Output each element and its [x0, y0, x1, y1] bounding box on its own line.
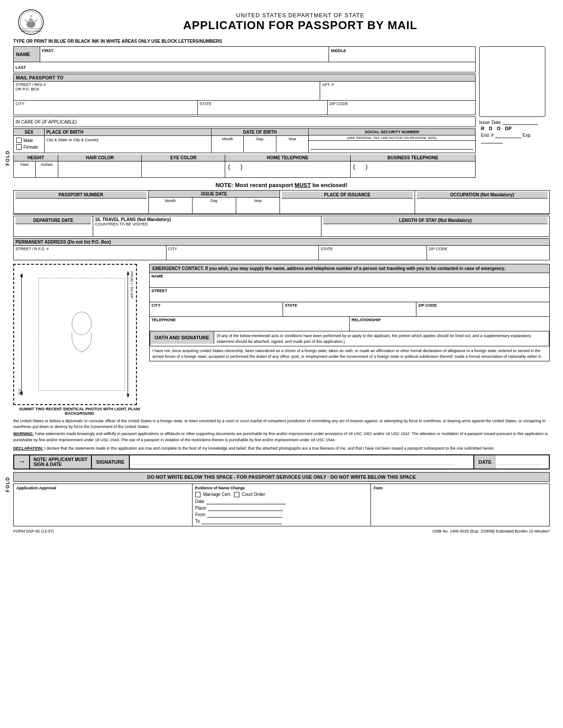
emerg-street-input[interactable]	[151, 293, 528, 301]
form-title: APPLICATION FOR PASSPORT BY MAIL	[51, 19, 550, 32]
dp-label: DP	[505, 126, 511, 131]
emerg-zip-input[interactable]	[418, 308, 548, 315]
name-label: NAME	[14, 47, 40, 62]
birth-place-input[interactable]	[46, 142, 209, 150]
svg-marker-4	[24, 19, 27, 22]
travel-plans-input[interactable]	[95, 226, 308, 234]
perm-zip-input[interactable]	[429, 251, 548, 259]
length-input[interactable]	[325, 226, 546, 234]
marriage-cert-checkbox[interactable]	[195, 492, 200, 497]
date-text: Date	[491, 120, 501, 125]
home-tel-block: HOME TELEPHONE ( )	[225, 154, 350, 177]
female-checkbox[interactable]	[16, 144, 22, 150]
mail-header: MAIL PASSPORT TO	[14, 74, 475, 82]
perm-city-input[interactable]	[168, 251, 317, 259]
emerg-tel-input[interactable]	[151, 322, 348, 330]
apt-label: APT. #	[322, 83, 473, 87]
dob-year-input[interactable]	[277, 143, 307, 151]
hair-input[interactable]	[61, 163, 139, 171]
first-name-input[interactable]	[42, 53, 327, 61]
issue-month-input[interactable]	[150, 205, 191, 213]
emerg-state-input[interactable]	[285, 308, 414, 315]
departure-input[interactable]	[17, 226, 89, 234]
place-issuance-input[interactable]	[283, 200, 411, 208]
city-cell: CITY	[14, 101, 198, 115]
perm-zip-label: ZIP CODE	[429, 247, 548, 251]
perm-state-input[interactable]	[321, 251, 425, 259]
issue-year-label: Year	[236, 198, 280, 204]
emerg-city-input[interactable]	[151, 308, 281, 315]
occupation-input[interactable]	[419, 200, 546, 208]
place-issuance-header: PLACE OF ISSUANCE	[282, 191, 413, 199]
issue-day-input[interactable]	[193, 205, 235, 213]
end-input[interactable]	[495, 133, 521, 138]
svg-marker-5	[34, 19, 38, 22]
city-input[interactable]	[15, 106, 196, 114]
signature-area[interactable]	[130, 455, 473, 469]
fees-label: Fees	[374, 486, 547, 490]
hair-header: HAIR COLOR	[58, 154, 141, 161]
eye-input[interactable]	[144, 163, 222, 171]
svg-text:UNITED STATES OF AMERICA: UNITED STATES OF AMERICA	[20, 30, 42, 32]
sign-bar: → NOTE: APPLICANT MUST SIGN & DATE SIGNA…	[13, 454, 550, 469]
height-inches-input[interactable]	[37, 169, 57, 176]
dob-month-input[interactable]	[212, 143, 242, 151]
perm-state-cell: STATE	[319, 246, 427, 260]
evidence-label: Evidence of Name Change	[195, 486, 368, 490]
from-srv-input[interactable]	[207, 512, 282, 518]
photo-dashed-box: 2 X 2 F	[13, 264, 137, 405]
fees-cell: Fees	[371, 484, 549, 526]
pp-occ-cell: OCCUPATION (Not Mandatory)	[415, 191, 550, 214]
last-name-input[interactable]	[27, 63, 462, 71]
sign-date-input[interactable]	[498, 457, 542, 465]
ssn-input[interactable]	[310, 143, 473, 150]
perm-city-label: CITY	[168, 247, 317, 251]
street-input[interactable]	[15, 91, 318, 99]
fold-label-bottom: FOLD	[5, 477, 10, 492]
exp-input[interactable]	[481, 138, 503, 143]
height-hair-eye-tel-row: HEIGHT Feet Inches HAIR COLOR	[13, 154, 476, 178]
issue-year-input[interactable]	[237, 205, 279, 213]
emerg-rel-input[interactable]	[351, 322, 548, 330]
passport-number-input[interactable]	[17, 200, 145, 208]
state-label: STATE	[200, 101, 325, 106]
date-srv-input[interactable]	[206, 499, 286, 504]
last-name-row: LAST	[13, 62, 476, 72]
place-srv-input[interactable]	[208, 506, 283, 511]
emergency-section: EMERGENCY CONTACT. If you wish, you may …	[149, 264, 550, 416]
dob-day-input[interactable]	[245, 143, 275, 151]
declaration-text: DECLARATION: I declare that the statemen…	[13, 446, 550, 452]
signature-input[interactable]	[132, 457, 455, 465]
state-input[interactable]	[200, 106, 325, 114]
mail-section: MAIL PASSPORT TO STREET / RFD # OR P.O. …	[13, 74, 476, 115]
issue-date-input[interactable]	[503, 120, 538, 125]
biz-tel-header: BUSINESS TELEPHONE	[351, 154, 475, 161]
emerg-rel-label: RELATIONSHIP	[351, 318, 548, 322]
birth-block: PLACE OF BIRTH City & State or City & Co…	[45, 129, 212, 153]
instruction-bar: TYPE OR PRINT IN BLUE OR BLACK INK IN WH…	[13, 39, 550, 44]
court-order-checkbox[interactable]	[234, 492, 239, 497]
issue-date-header: ISSUE DATE	[149, 191, 280, 198]
sign-date-area[interactable]	[496, 455, 549, 469]
issue-day-label: Day	[193, 198, 236, 204]
height-feet-input[interactable]	[15, 169, 34, 176]
middle-name-input[interactable]	[331, 53, 473, 61]
perm-street-input[interactable]	[15, 251, 164, 259]
emerg-zip-label: ZIP CODE	[418, 303, 548, 308]
travel-plans-cell: 16. TRAVEL PLANS (Not Mandatory) COUNTRI…	[93, 216, 321, 236]
r-label: R	[481, 126, 484, 131]
male-checkbox[interactable]	[16, 138, 22, 143]
emerg-city-label: CITY	[151, 303, 281, 308]
form-footer: FORM DSP-82 (12-97) OMB No. 1405-0020 (E…	[13, 529, 550, 533]
emerg-name-input[interactable]	[151, 278, 528, 286]
perm-street-cell: STREET / R.F.D. #	[14, 246, 166, 260]
first-name-cell: FIRST	[40, 47, 329, 62]
zip-input[interactable]	[329, 106, 473, 114]
svg-text:★: ★	[30, 15, 32, 17]
apt-input[interactable]	[322, 87, 473, 95]
court-order-label: Court Order	[242, 492, 265, 497]
care-input[interactable]	[78, 118, 445, 126]
from-srv-label: From	[195, 512, 205, 517]
pp-place-cell: PLACE OF ISSUANCE	[280, 191, 415, 214]
to-srv-input[interactable]	[201, 519, 282, 524]
